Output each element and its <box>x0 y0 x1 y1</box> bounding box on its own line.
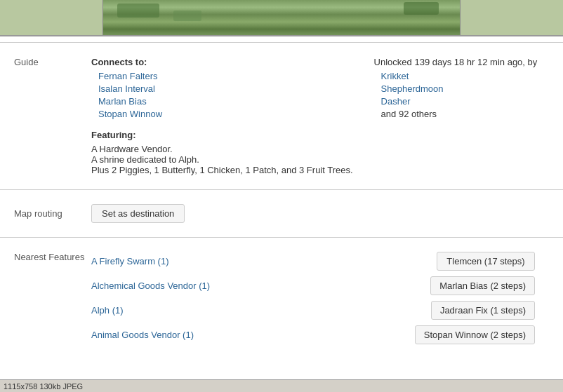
others-text: and 92 others <box>374 109 538 119</box>
nearest-features-header: Nearest Features A Firefly Swarm (1) Tle… <box>14 252 549 350</box>
set-destination-button[interactable]: Set as destination <box>91 204 185 223</box>
feature-button-3[interactable]: Stopan Winnow (2 steps) <box>415 325 535 344</box>
unlocked-block: Unlocked 139 days 18 hr 12 min ago, by K… <box>374 57 538 175</box>
featuring-item-2: Plus 2 Piggies, 1 Butterfly, 1 Chicken, … <box>91 165 353 175</box>
divider-lower <box>0 237 563 238</box>
connects-to-link-2[interactable]: Marlan Bias <box>91 96 353 107</box>
feature-button-2[interactable]: Jadraan Fix (1 steps) <box>431 301 535 320</box>
map-image-strip <box>102 0 461 36</box>
featuring-item-0: A Hardware Vendor. <box>91 144 353 154</box>
connects-to-heading: Connects to: <box>91 57 353 67</box>
unlocked-user-1[interactable]: Shepherdmoon <box>374 83 538 94</box>
guide-content: Connects to: Fernan Falters Isalan Inter… <box>91 57 549 175</box>
feature-row-3: Animal Goods Vendor (1) Stopan Winnow (2… <box>91 325 549 344</box>
connects-to-link-1[interactable]: Isalan Interval <box>91 83 353 94</box>
feature-name-0[interactable]: A Firefly Swarm (1) <box>91 256 169 266</box>
connects-to-block: Connects to: Fernan Falters Isalan Inter… <box>91 57 353 175</box>
unlocked-user-2[interactable]: Dasher <box>374 96 538 107</box>
feature-button-1[interactable]: Marlan Bias (2 steps) <box>430 276 535 295</box>
nearest-features-label: Nearest Features <box>14 252 91 262</box>
feature-name-3[interactable]: Animal Goods Vendor (1) <box>91 330 194 340</box>
feature-row-2: Alph (1) Jadraan Fix (1 steps) <box>91 301 549 320</box>
featuring-heading: Featuring: <box>91 130 353 140</box>
nearest-features-section: Nearest Features A Firefly Swarm (1) Tle… <box>0 245 563 357</box>
connects-to-link-3[interactable]: Stopan Winnow <box>91 109 353 119</box>
guide-label: Guide <box>14 57 91 175</box>
map-image-container <box>0 0 563 36</box>
divider-top <box>0 42 563 43</box>
feature-row-0: A Firefly Swarm (1) Tlemcen (17 steps) <box>91 252 549 271</box>
unlocked-title: Unlocked 139 days 18 hr 12 min ago, by <box>374 57 538 67</box>
feature-name-1[interactable]: Alchemical Goods Vendor (1) <box>91 281 210 291</box>
map-routing-label: Map routing <box>14 208 91 219</box>
unlocked-user-0[interactable]: Krikket <box>374 71 538 81</box>
map-routing-section: Map routing Set as destination <box>0 197 563 230</box>
feature-name-2[interactable]: Alph (1) <box>91 305 124 316</box>
divider-middle <box>0 189 563 190</box>
feature-row-1: Alchemical Goods Vendor (1) Marlan Bias … <box>91 276 549 295</box>
featuring-item-1: A shrine dedicated to Alph. <box>91 154 353 165</box>
guide-section: Guide Connects to: Fernan Falters Isalan… <box>0 50 563 182</box>
features-list: A Firefly Swarm (1) Tlemcen (17 steps) A… <box>91 252 549 350</box>
feature-button-0[interactable]: Tlemcen (17 steps) <box>437 252 535 271</box>
connects-to-link-0[interactable]: Fernan Falters <box>91 71 353 81</box>
